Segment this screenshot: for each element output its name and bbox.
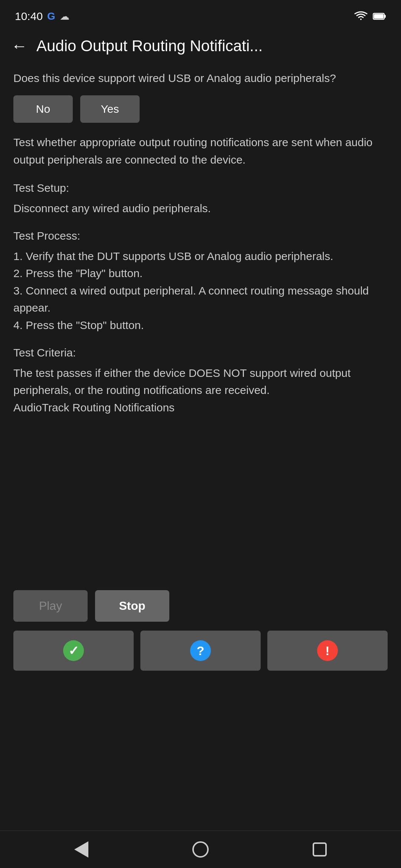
google-icon: G	[47, 10, 55, 22]
test-setup-section: Test Setup: Disconnect any wired audio p…	[13, 180, 388, 217]
nav-home-icon	[192, 841, 209, 858]
fail-icon: !	[317, 640, 338, 661]
wifi-icon	[354, 11, 368, 22]
test-process-body: 1. Verify that the DUT supports USB or A…	[13, 248, 388, 334]
no-button[interactable]: No	[13, 95, 73, 123]
test-criteria-section: Test Criteria: The test passes if either…	[13, 344, 388, 416]
stop-button[interactable]: Stop	[95, 590, 169, 622]
spacer	[0, 682, 401, 831]
fail-button[interactable]: !	[267, 631, 388, 671]
question-icon: ?	[197, 644, 205, 658]
battery-icon	[373, 11, 386, 22]
status-right	[354, 11, 386, 22]
time-display: 10:40	[15, 10, 43, 23]
test-criteria-title: Test Criteria:	[13, 344, 388, 362]
nav-home-button[interactable]	[192, 841, 209, 858]
pass-icon: ✓	[63, 640, 84, 661]
play-stop-row: Play Stop	[13, 590, 388, 622]
cloud-icon: ☁	[60, 11, 69, 22]
test-process-title: Test Process:	[13, 227, 388, 245]
nav-back-button[interactable]	[74, 841, 88, 858]
back-button[interactable]: ←	[11, 38, 27, 54]
status-left: 10:40 G ☁	[15, 10, 69, 23]
exclamation-icon: !	[325, 644, 329, 658]
main-content: Does this device support wired USB or An…	[0, 62, 401, 583]
test-setup-title: Test Setup:	[13, 180, 388, 197]
controls-area: Play Stop ✓ ? !	[0, 583, 401, 682]
yes-no-row: No Yes	[13, 95, 388, 123]
nav-recent-button[interactable]	[313, 842, 327, 857]
page-title: Audio Output Routing Notificati...	[36, 37, 390, 55]
nav-square-icon	[313, 842, 327, 857]
nav-bar	[0, 831, 401, 868]
test-process-section: Test Process: 1. Verify that the DUT sup…	[13, 227, 388, 334]
test-setup-body: Disconnect any wired audio peripherals.	[13, 200, 388, 217]
svg-rect-1	[384, 15, 386, 18]
play-button[interactable]: Play	[13, 590, 88, 622]
info-button[interactable]: ?	[140, 631, 261, 671]
nav-back-icon	[74, 841, 88, 858]
page-header: ← Audio Output Routing Notificati...	[0, 30, 401, 62]
info-icon: ?	[190, 640, 211, 661]
question-text: Does this device support wired USB or An…	[13, 70, 388, 86]
pass-button[interactable]: ✓	[13, 631, 134, 671]
result-buttons-row: ✓ ? !	[13, 631, 388, 671]
checkmark-icon: ✓	[68, 643, 79, 658]
test-criteria-body: The test passes if either the device DOE…	[13, 365, 388, 417]
status-bar: 10:40 G ☁	[0, 0, 401, 30]
yes-button[interactable]: Yes	[80, 95, 140, 123]
svg-rect-2	[374, 14, 384, 19]
description-text: Test whether appropriate output routing …	[13, 134, 388, 168]
